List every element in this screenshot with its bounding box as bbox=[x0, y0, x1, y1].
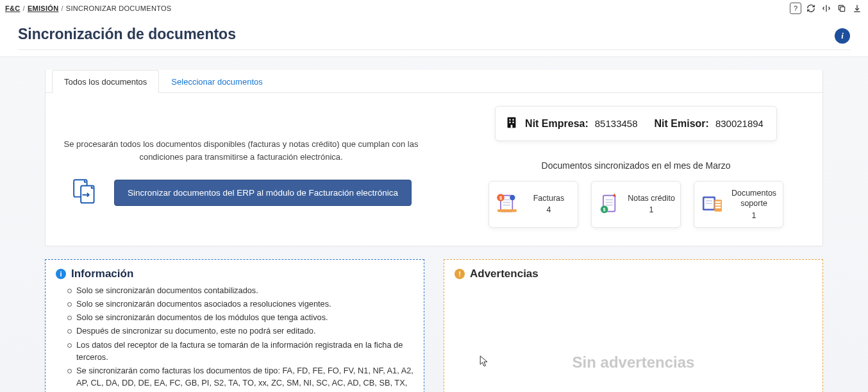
help-icon[interactable]: ? bbox=[790, 3, 801, 14]
info-item: Solo se sincronizarán documentos contabi… bbox=[67, 284, 413, 296]
main-card: Todos los documentos Seleccionar documen… bbox=[45, 70, 823, 246]
info-box: i Información Solo se sincronizarán docu… bbox=[45, 259, 424, 392]
topbar-actions: ? bbox=[790, 3, 863, 14]
page-header: Sincronización de documentos i bbox=[0, 17, 868, 57]
doc-card-facturas[interactable]: $ Facturas 4 bbox=[488, 181, 578, 228]
doc-card-count: 4 bbox=[525, 205, 572, 215]
warning-icon: ! bbox=[455, 269, 465, 279]
svg-rect-28 bbox=[715, 201, 721, 203]
breadcrumb-root[interactable]: F&C bbox=[5, 4, 21, 12]
building-icon bbox=[505, 115, 519, 132]
doc-card-soporte[interactable]: Documentos soporte 1 bbox=[694, 181, 783, 228]
nit-emisor-label: Nit Emisor: bbox=[655, 118, 709, 130]
credit-note-icon: $ bbox=[597, 191, 622, 217]
nit-pill: Nit Empresa: 85133458 Nit Emisor: 830021… bbox=[495, 106, 777, 141]
nit-empresa-value: 85133458 bbox=[595, 118, 638, 129]
svg-rect-0 bbox=[840, 7, 845, 12]
page-info-icon[interactable]: i bbox=[835, 28, 850, 44]
doc-card-label: Facturas bbox=[533, 194, 565, 203]
svg-rect-5 bbox=[512, 119, 513, 121]
svg-point-15 bbox=[510, 195, 515, 200]
info-item: Se sincronizarán como facturas los docum… bbox=[67, 364, 413, 392]
info-list: Solo se sincronizarán documentos contabi… bbox=[56, 284, 413, 392]
breadcrumb-current: SINCRONIZAR DOCUMENTOS bbox=[66, 4, 172, 12]
svg-text:$: $ bbox=[499, 196, 502, 201]
page-scroll[interactable]: Sincronización de documentos i Todos los… bbox=[0, 17, 868, 392]
svg-text:$: $ bbox=[603, 207, 606, 212]
sync-button[interactable]: Sincronizar documentos del ERP al módulo… bbox=[114, 180, 412, 206]
warn-box: ! Advertencias Sin advertencias bbox=[444, 259, 823, 392]
breadcrumb-sep: / bbox=[61, 4, 63, 12]
sync-description: Se procesarán todos los documentos dispo… bbox=[52, 138, 430, 164]
svg-rect-7 bbox=[512, 122, 513, 123]
info-item: Los datos del receptor de la factura se … bbox=[67, 339, 413, 363]
breadcrumb-mid[interactable]: EMISIÓN bbox=[28, 4, 59, 12]
svg-rect-6 bbox=[509, 122, 510, 123]
tab-all-documents[interactable]: Todos los documentos bbox=[52, 70, 159, 93]
sub-heading: Documentos sincronizados en el mes de Ma… bbox=[542, 160, 731, 171]
tab-select-documents[interactable]: Seleccionar documentos bbox=[159, 70, 274, 93]
doc-card-label: Notas crédito bbox=[628, 194, 675, 203]
doc-card-count: 1 bbox=[730, 210, 778, 221]
svg-rect-4 bbox=[509, 119, 510, 121]
doc-card-count: 1 bbox=[628, 205, 675, 215]
tabs: Todos los documentos Seleccionar documen… bbox=[52, 70, 816, 92]
invoice-icon: $ bbox=[494, 191, 520, 217]
sync-transfer-icon bbox=[71, 178, 101, 208]
info-icon: i bbox=[56, 269, 66, 279]
svg-rect-30 bbox=[715, 207, 721, 209]
breadcrumb: F&C / EMISIÓN / SINCRONIZAR DOCUMENTOS bbox=[5, 4, 171, 12]
doc-card-notas[interactable]: $ Notas crédito 1 bbox=[591, 181, 681, 228]
svg-rect-8 bbox=[511, 125, 513, 128]
breadcrumb-sep: / bbox=[23, 4, 25, 12]
refresh-icon[interactable] bbox=[805, 3, 817, 14]
nit-empresa-label: Nit Empresa: bbox=[525, 118, 588, 130]
split-icon[interactable] bbox=[821, 3, 832, 14]
page-title: Sincronización de documentos bbox=[18, 26, 850, 50]
support-doc-icon bbox=[699, 191, 725, 217]
svg-rect-29 bbox=[715, 204, 721, 206]
nit-emisor-value: 830021894 bbox=[715, 118, 764, 129]
info-item: Solo se sincronizarán documentos asociad… bbox=[67, 298, 413, 310]
doc-card-label: Documentos soporte bbox=[731, 189, 776, 208]
info-title: Información bbox=[71, 268, 133, 280]
info-item: Después de sincronizar su documento, est… bbox=[67, 325, 413, 337]
warn-title: Advertencias bbox=[470, 268, 538, 280]
copy-icon[interactable] bbox=[836, 3, 847, 14]
topbar: F&C / EMISIÓN / SINCRONIZAR DOCUMENTOS ? bbox=[0, 0, 868, 17]
svg-rect-16 bbox=[497, 210, 517, 212]
info-item: Solo se sincronizarán documentos de los … bbox=[67, 311, 413, 323]
download-icon[interactable] bbox=[851, 3, 863, 14]
warn-empty: Sin advertencias bbox=[455, 284, 812, 392]
